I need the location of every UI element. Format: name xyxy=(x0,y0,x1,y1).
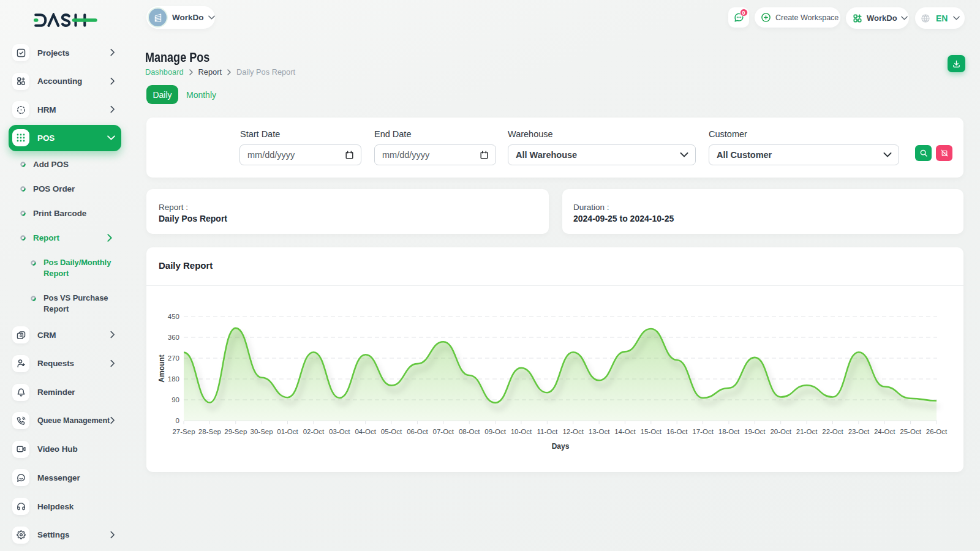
svg-text:16-Oct: 16-Oct xyxy=(666,428,688,435)
svg-text:18-Oct: 18-Oct xyxy=(718,428,740,435)
svg-text:11-Oct: 11-Oct xyxy=(537,428,557,435)
svg-text:02-Oct: 02-Oct xyxy=(303,428,325,435)
svg-text:270: 270 xyxy=(168,354,179,362)
svg-text:13-Oct: 13-Oct xyxy=(589,428,610,435)
svg-text:27-Sep: 27-Sep xyxy=(172,428,195,435)
svg-text:23-Oct: 23-Oct xyxy=(848,428,870,435)
svg-text:25-Oct: 25-Oct xyxy=(900,428,921,435)
svg-text:10-Oct: 10-Oct xyxy=(511,428,532,435)
svg-text:20-Oct: 20-Oct xyxy=(770,428,791,435)
svg-text:07-Oct: 07-Oct xyxy=(433,428,454,435)
svg-text:29-Sep: 29-Sep xyxy=(224,428,247,435)
svg-text:15-Oct: 15-Oct xyxy=(641,428,662,435)
svg-text:28-Sep: 28-Sep xyxy=(198,428,221,435)
svg-text:17-Oct: 17-Oct xyxy=(692,428,714,435)
svg-text:14-Oct: 14-Oct xyxy=(614,428,636,435)
svg-text:180: 180 xyxy=(168,375,179,383)
svg-text:30-Sep: 30-Sep xyxy=(251,428,273,435)
svg-text:05-Oct: 05-Oct xyxy=(381,428,402,435)
svg-text:22-Oct: 22-Oct xyxy=(822,428,843,435)
svg-text:26-Oct: 26-Oct xyxy=(926,428,948,435)
svg-text:01-Oct: 01-Oct xyxy=(277,428,298,435)
svg-text:08-Oct: 08-Oct xyxy=(459,428,480,435)
svg-text:19-Oct: 19-Oct xyxy=(744,428,766,435)
svg-text:06-Oct: 06-Oct xyxy=(407,428,428,435)
svg-text:04-Oct: 04-Oct xyxy=(355,428,376,435)
svg-text:12-Oct: 12-Oct xyxy=(562,428,584,435)
svg-text:450: 450 xyxy=(168,313,179,320)
svg-text:24-Oct: 24-Oct xyxy=(874,428,895,435)
svg-text:21-Oct: 21-Oct xyxy=(796,428,818,435)
svg-text:90: 90 xyxy=(172,396,179,403)
svg-text:03-Oct: 03-Oct xyxy=(329,428,350,435)
svg-text:0: 0 xyxy=(176,417,179,424)
svg-text:09-Oct: 09-Oct xyxy=(484,428,506,435)
svg-text:Days: Days xyxy=(552,442,570,451)
svg-text:Amount: Amount xyxy=(157,354,166,382)
svg-text:360: 360 xyxy=(168,334,179,341)
